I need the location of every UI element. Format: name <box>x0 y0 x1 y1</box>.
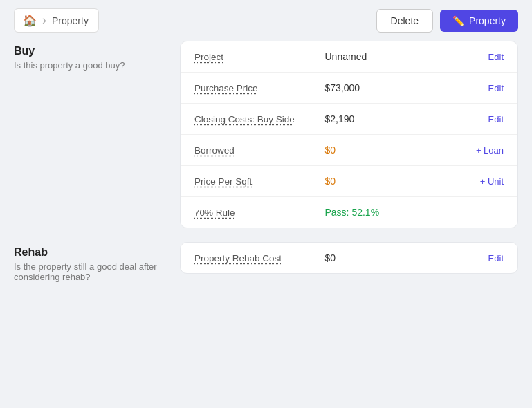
breadcrumb-separator: › <box>42 13 46 28</box>
home-icon: 🏠 <box>23 14 37 27</box>
row-value-price-per-sqft: $0 <box>325 176 456 187</box>
card-row-project: ProjectUnnamedEdit <box>181 41 517 73</box>
row-label-borrowed: Borrowed <box>194 145 325 156</box>
row-label-price-per-sqft: Price Per Sqft <box>194 176 325 187</box>
rehab-section: Rehab Is the property still a good deal … <box>14 242 518 282</box>
row-value-project: Unnamed <box>325 51 456 62</box>
row-action-property-rehab-cost[interactable]: Edit <box>455 252 504 263</box>
buy-card: ProjectUnnamedEditPurchase Price$73,000E… <box>180 41 518 228</box>
row-value-borrowed: $0 <box>325 145 456 156</box>
breadcrumb-label: Property <box>52 15 89 26</box>
content: Buy Is this property a good buy? Project… <box>0 41 532 282</box>
edit-link-property-rehab-cost[interactable]: Edit <box>488 253 504 263</box>
buy-section: Buy Is this property a good buy? Project… <box>14 41 518 228</box>
row-label-property-rehab-cost: Property Rehab Cost <box>194 253 325 263</box>
edit-link-purchase-price[interactable]: Edit <box>488 83 504 93</box>
card-row-closing-costs: Closing Costs: Buy Side$2,190Edit <box>181 104 517 135</box>
buy-section-title: Buy <box>14 45 166 57</box>
card-row-property-rehab-cost: Property Rehab Cost$0Edit <box>181 243 517 273</box>
card-row-70-rule: 70% RulePass: 52.1% <box>181 197 517 228</box>
rehab-section-title: Rehab <box>14 246 166 259</box>
row-value-purchase-price: $73,000 <box>325 82 456 93</box>
row-action-borrowed[interactable]: + Loan <box>455 145 504 156</box>
breadcrumb: 🏠 › Property <box>14 8 99 33</box>
rehab-card: Property Rehab Cost$0Edit <box>180 242 518 274</box>
delete-button[interactable]: Delete <box>376 9 433 33</box>
card-row-borrowed: Borrowed$0+ Loan <box>181 135 517 166</box>
row-action-purchase-price[interactable]: Edit <box>455 82 504 93</box>
row-value-property-rehab-cost: $0 <box>325 252 456 263</box>
row-label-project: Project <box>194 52 325 62</box>
edit-link-project[interactable]: Edit <box>488 52 504 62</box>
card-row-purchase-price: Purchase Price$73,000Edit <box>181 73 517 104</box>
add-link-price-per-sqft[interactable]: + Unit <box>480 176 504 187</box>
row-value-closing-costs: $2,190 <box>325 113 456 124</box>
row-action-price-per-sqft[interactable]: + Unit <box>455 176 504 187</box>
rehab-section-label: Rehab Is the property still a good deal … <box>14 242 166 282</box>
buy-section-desc: Is this property a good buy? <box>14 60 166 71</box>
edit-link-closing-costs[interactable]: Edit <box>488 114 504 124</box>
row-action-project[interactable]: Edit <box>455 51 504 62</box>
add-link-borrowed[interactable]: + Loan <box>476 145 504 156</box>
pencil-icon: ✏️ <box>452 15 464 26</box>
row-label-closing-costs: Closing Costs: Buy Side <box>194 114 325 124</box>
header-actions: Delete ✏️ Property <box>376 9 518 33</box>
rehab-section-desc: Is the property still a good deal after … <box>14 261 166 282</box>
row-action-closing-costs[interactable]: Edit <box>455 113 504 124</box>
card-row-price-per-sqft: Price Per Sqft$0+ Unit <box>181 166 517 197</box>
property-button-label: Property <box>469 15 506 26</box>
header: 🏠 › Property Delete ✏️ Property <box>0 0 532 41</box>
row-value-70-rule: Pass: 52.1% <box>325 207 456 218</box>
row-label-70-rule: 70% Rule <box>194 207 325 218</box>
property-button[interactable]: ✏️ Property <box>440 10 518 32</box>
row-label-purchase-price: Purchase Price <box>194 83 325 93</box>
buy-section-label: Buy Is this property a good buy? <box>14 41 166 71</box>
